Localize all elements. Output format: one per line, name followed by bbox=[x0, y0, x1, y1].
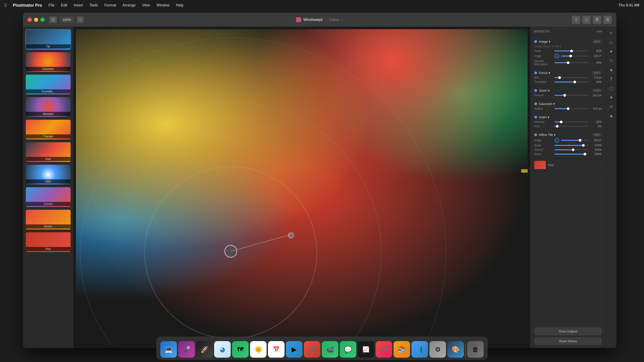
effect-affine-tile-angle-slider[interactable] bbox=[561, 140, 588, 141]
color-picker-tool[interactable]: ◆ bbox=[608, 112, 615, 120]
crop-tool[interactable]: ■ bbox=[608, 47, 615, 55]
layer-crystallize[interactable]: Crystalliz... bbox=[25, 74, 71, 95]
dock-ibooks[interactable]: 📚 bbox=[394, 341, 410, 358]
effect-gaussian: Gaussian ▾ Radius 10.0 px bbox=[530, 100, 606, 114]
menu-view[interactable]: View bbox=[142, 3, 150, 7]
effect-affine-tile-scale-slider[interactable] bbox=[554, 145, 588, 146]
add-effect-button[interactable]: Add bbox=[596, 30, 602, 33]
menu-help[interactable]: Help bbox=[176, 3, 184, 7]
add-layer-button[interactable]: + bbox=[77, 16, 84, 23]
effect-gaussian-toggle[interactable] bbox=[534, 102, 537, 105]
main-canvas-photo[interactable] bbox=[76, 29, 528, 346]
minimize-button[interactable] bbox=[34, 18, 38, 22]
menu-format[interactable]: Format bbox=[104, 3, 116, 7]
effect-zoom-amount-slider[interactable] bbox=[554, 95, 588, 96]
fill-tool[interactable]: ◆ bbox=[608, 66, 615, 74]
apple-menu[interactable]:  bbox=[4, 2, 6, 8]
effect-affine-tile-edit[interactable]: EDIT bbox=[592, 133, 602, 137]
app-menu-name[interactable]: Pixelmator Pro bbox=[13, 3, 42, 8]
dock-pixelmator[interactable]: 🎨 bbox=[447, 341, 464, 358]
effect-image-scale-value: 50% bbox=[590, 49, 602, 53]
layer-motion[interactable]: Motion bbox=[25, 209, 71, 230]
dock-photos[interactable]: 🌞 bbox=[250, 341, 266, 358]
text-tool[interactable]: T bbox=[608, 75, 615, 83]
layer-gaussian[interactable]: Gaussian bbox=[25, 52, 71, 72]
effect-affine-tile-toggle[interactable] bbox=[534, 134, 537, 136]
layer-op[interactable]: Op bbox=[25, 29, 71, 50]
effect-focus-name: Focus ▾ bbox=[539, 71, 550, 75]
layout-toggle-button[interactable]: ☷ bbox=[49, 16, 57, 23]
select-tool[interactable]: ▷ bbox=[608, 38, 615, 46]
layer-red[interactable]: Red bbox=[25, 232, 71, 252]
effect-affine-tile-stretch-slider[interactable] bbox=[554, 149, 588, 150]
effect-grain-size-slider[interactable] bbox=[554, 126, 588, 127]
shape-tool[interactable]: ◯ bbox=[608, 84, 615, 92]
menu-file[interactable]: File bbox=[48, 3, 54, 7]
dock-itunes[interactable]: 🎵 bbox=[376, 341, 392, 358]
layers-toggle-button[interactable]: ☰ bbox=[593, 16, 601, 24]
document-title: Windswept bbox=[303, 17, 322, 22]
effect-affine-tile-angle-circle[interactable] bbox=[554, 138, 559, 143]
dock-preferences[interactable]: ⚙ bbox=[430, 341, 446, 358]
brush-tool[interactable]: ✎ bbox=[608, 57, 615, 65]
clone-tool[interactable]: ☣ bbox=[608, 103, 615, 111]
layer-triangle-label: Triangle bbox=[26, 134, 70, 139]
dock-stocks[interactable]: 📈 bbox=[358, 341, 374, 358]
dock-music[interactable]: 🎵 bbox=[304, 341, 320, 358]
dock-finder[interactable]: 💻 bbox=[160, 341, 177, 358]
layer-halo[interactable]: Halo bbox=[25, 164, 71, 185]
effect-image-opacity-slider[interactable] bbox=[554, 62, 588, 63]
canvas-area[interactable] bbox=[74, 27, 530, 348]
share-button[interactable]: ⇧ bbox=[572, 16, 580, 24]
effect-focus-toggle[interactable] bbox=[534, 71, 537, 74]
effect-zoom-edit[interactable]: EDIT bbox=[592, 89, 602, 92]
effect-grain-toggle[interactable] bbox=[534, 116, 537, 119]
dock-facetime[interactable]: 📹 bbox=[322, 341, 338, 358]
heal-tool[interactable]: ✚ bbox=[608, 93, 615, 101]
menu-insert[interactable]: Insert bbox=[74, 3, 83, 7]
effect-affine-tile-skew-slider[interactable] bbox=[554, 154, 588, 155]
layer-comics[interactable]: Comics bbox=[25, 187, 71, 207]
dock-launchpad[interactable]: 🚀 bbox=[196, 341, 213, 358]
close-button[interactable] bbox=[28, 18, 32, 22]
dock-appstore[interactable]: ｛ bbox=[412, 341, 428, 358]
maximize-button[interactable] bbox=[40, 18, 44, 22]
settings-button[interactable]: ☰ bbox=[604, 16, 612, 24]
export-button[interactable]: ◻ bbox=[582, 16, 591, 24]
effect-image-toggle[interactable] bbox=[534, 40, 537, 43]
dock-messages[interactable]: 💬 bbox=[340, 341, 356, 358]
effect-image-angle-slider[interactable] bbox=[561, 56, 588, 56]
move-tool[interactable]: ↻ bbox=[608, 29, 615, 37]
effect-grain-intensity-row: Intensity 20% bbox=[534, 120, 602, 124]
effect-grain-intensity-slider[interactable] bbox=[554, 122, 588, 122]
effect-image-scale-slider[interactable] bbox=[554, 50, 588, 51]
reset-effects-button[interactable]: Reset Effects bbox=[534, 337, 602, 345]
layer-motion-label: Motion bbox=[26, 224, 70, 228]
effect-focus-transition-slider[interactable] bbox=[554, 82, 588, 82]
menu-edit[interactable]: Edit bbox=[61, 3, 68, 7]
dock-maps[interactable]: 🗺 bbox=[232, 341, 249, 358]
svg-line-5 bbox=[231, 234, 291, 251]
dock-safari[interactable]: ◕ bbox=[214, 341, 231, 358]
show-original-button[interactable]: Show Original bbox=[534, 327, 602, 335]
zoom-level-display[interactable]: 100% bbox=[60, 17, 74, 23]
effect-zoom-toggle[interactable] bbox=[534, 89, 537, 92]
layer-atari[interactable]: Atari bbox=[25, 142, 71, 162]
effect-focus-blur-slider[interactable] bbox=[554, 77, 588, 78]
dock-calendar[interactable]: 📅 bbox=[268, 341, 284, 358]
menu-window[interactable]: Window bbox=[156, 3, 170, 7]
dock-siri[interactable]: 🎤 bbox=[178, 341, 195, 358]
layer-triangle[interactable]: Triangle bbox=[25, 119, 71, 140]
red-layer-row[interactable]: Red bbox=[530, 159, 606, 171]
menu-arrange[interactable]: Arrange bbox=[122, 3, 136, 7]
effects-panel: EFFECTS Add Image ▾ EDIT Image (Scale to… bbox=[530, 27, 606, 348]
dock-trash[interactable]: 🗑 bbox=[467, 341, 484, 358]
dock-quicktime[interactable]: ▶ bbox=[286, 341, 302, 358]
layer-mandala[interactable]: Mandala bbox=[25, 97, 71, 117]
effect-image-edit[interactable]: EDIT bbox=[592, 40, 602, 43]
menu-tools[interactable]: Tools bbox=[89, 3, 98, 7]
effect-image-angle-circle[interactable] bbox=[554, 54, 559, 58]
effect-focus-edit[interactable]: EDIT bbox=[592, 71, 602, 75]
effect-gaussian-radius-slider[interactable] bbox=[554, 108, 588, 109]
layer-red-label: Red bbox=[26, 247, 70, 251]
